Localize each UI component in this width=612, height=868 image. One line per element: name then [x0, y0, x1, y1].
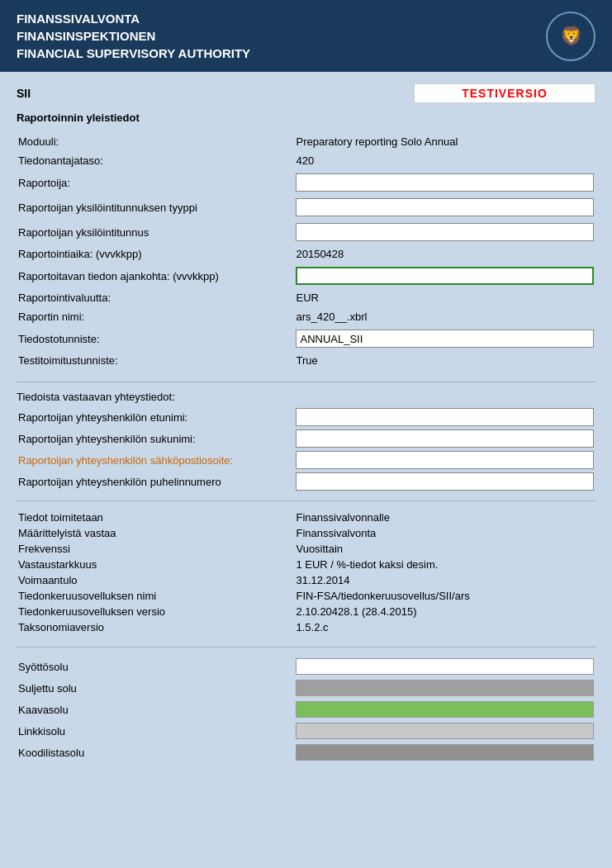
field-text: Preparatory reporting Solo Annual: [296, 135, 458, 148]
meta-value: 1.5.2.c: [294, 619, 595, 635]
testversion-text: TESTIVERSIO: [462, 87, 548, 100]
meta-value: Finanssivalvonnalle: [294, 510, 595, 525]
table-row: Raportoija:: [17, 170, 595, 195]
content-area: SII TESTIVERSIO Raportoinnin yleistiedot…: [0, 72, 612, 780]
org-name-line3: FINANCIAL SUPERVISORY AUTHORITY: [17, 45, 250, 62]
legend-row: Syöttösolu: [17, 656, 595, 677]
testversion-box: TESTIVERSIO: [414, 83, 595, 103]
sii-header-row: SII TESTIVERSIO: [17, 83, 595, 103]
table-row: Tiedonantajataso:420: [17, 151, 595, 170]
row-value[interactable]: [294, 170, 595, 195]
contact-input[interactable]: [296, 408, 594, 426]
legend-color-cell: [294, 677, 595, 699]
org-name-line2: FINANSINSPEKTIONEN: [17, 27, 250, 45]
field-input[interactable]: [296, 223, 594, 241]
field-input[interactable]: [296, 173, 594, 192]
meta-section: Tiedot toimitetaanFinanssivalvonnalleMää…: [17, 510, 595, 635]
field-input[interactable]: [296, 198, 594, 216]
meta-label: Tiedot toimitetaan: [17, 510, 294, 525]
meta-value: 2.10.20428.1 (28.4.2015): [294, 604, 595, 619]
meta-row: Tiedot toimitetaanFinanssivalvonnalle: [17, 510, 595, 525]
field-input-value[interactable]: [296, 330, 594, 348]
contact-intro-text: Tiedoista vastaavan yhteystiedot:: [17, 391, 175, 403]
header: FINANSSIVALVONTA FINANSINSPEKTIONEN FINA…: [0, 0, 612, 72]
meta-label: Taksonomiaversio: [17, 619, 294, 635]
row-value: ars_420__.xbrl: [294, 307, 595, 326]
meta-row: Voimaantulo31.12.2014: [17, 572, 595, 588]
contact-table: Raportoijan yhteyshenkilön etunimi:Rapor…: [17, 406, 595, 492]
meta-table: Tiedot toimitetaanFinanssivalvonnalleMää…: [17, 510, 595, 635]
legend-color-box: [296, 723, 594, 739]
meta-row: Määrittelyistä vastaaFinanssivalvonta: [17, 525, 595, 541]
sii-label: SII: [17, 87, 31, 100]
legend-color-cell: [294, 656, 595, 677]
legend-section: SyöttösoluSuljettu soluKaavasoluLinkkiso…: [17, 656, 595, 763]
contact-intro: Tiedoista vastaavan yhteystiedot:: [17, 391, 595, 403]
table-row: Raportointiaika: (vvvkkpp)20150428: [17, 244, 595, 263]
meta-label: Tiedonkeruusovelluksen versio: [17, 604, 294, 619]
row-label: Moduuli:: [17, 132, 294, 151]
field-text: 20150428: [296, 248, 344, 260]
contact-input[interactable]: [296, 472, 594, 491]
contact-row: Raportoijan yhteyshenkilön puhelinnumero: [17, 471, 595, 492]
table-row: Raportin nimi:ars_420__.xbrl: [17, 307, 595, 326]
meta-row: Taksonomiaversio1.5.2.c: [17, 619, 595, 635]
meta-row: FrekvenssiVuosittain: [17, 541, 595, 557]
row-label: Tiedonantajataso:: [17, 151, 294, 170]
contact-label: Raportoijan yhteyshenkilön sähköpostioso…: [17, 449, 294, 471]
meta-label: Tiedonkeruusovelluksen nimi: [17, 588, 294, 604]
row-label: Testitoimitustunniste:: [17, 351, 294, 370]
field-text: 420: [296, 154, 314, 167]
row-value[interactable]: [294, 220, 595, 244]
contact-input-cell[interactable]: [294, 406, 595, 428]
legend-color-box: [296, 744, 594, 761]
contact-input-cell[interactable]: [294, 428, 595, 449]
contact-input[interactable]: [296, 429, 594, 448]
row-label: Raportointivaluutta:: [17, 288, 294, 307]
field-input-green[interactable]: [296, 267, 594, 285]
legend-color-cell: [294, 699, 595, 720]
row-value[interactable]: [294, 195, 595, 220]
legend-row: Kaavasolu: [17, 699, 595, 720]
legend-color-cell: [294, 720, 595, 742]
row-value[interactable]: [294, 326, 595, 351]
legend-label: Suljettu solu: [17, 677, 294, 699]
table-row: Raportoijan yksilöintitunnus: [17, 220, 595, 244]
row-value[interactable]: [294, 263, 595, 288]
row-label: Raportoijan yksilöintitunnus: [17, 220, 294, 244]
meta-row: Vastaustarkkuus1 EUR / %-tiedot kaksi de…: [17, 557, 595, 572]
row-label: Raportoijan yksilöintitunnuksen tyyppi: [17, 195, 294, 220]
meta-value: Finanssivalvonta: [294, 525, 595, 541]
meta-row: Tiedonkeruusovelluksen nimiFIN-FSA/tiedo…: [17, 588, 595, 604]
table-row: Raportoijan yksilöintitunnuksen tyyppi: [17, 195, 595, 220]
contact-input[interactable]: [296, 451, 594, 469]
meta-row: Tiedonkeruusovelluksen versio2.10.20428.…: [17, 604, 595, 619]
header-text-block: FINANSSIVALVONTA FINANSINSPEKTIONEN FINA…: [17, 10, 250, 62]
legend-table: SyöttösoluSuljettu soluKaavasoluLinkkiso…: [17, 656, 595, 763]
contact-label: Raportoijan yhteyshenkilön etunimi:: [17, 406, 294, 428]
legend-row: Linkkisolu: [17, 720, 595, 742]
legend-color-box: [296, 701, 594, 718]
contact-input-cell[interactable]: [294, 449, 595, 471]
divider-3: [17, 647, 595, 647]
legend-color-box: [296, 680, 594, 696]
field-text: True: [296, 354, 317, 367]
org-name-line1: FINANSSIVALVONTA: [17, 10, 250, 27]
meta-label: Vastaustarkkuus: [17, 557, 294, 572]
meta-value: FIN-FSA/tiedonkeruusovellus/SII/ars: [294, 588, 595, 604]
field-text: ars_420__.xbrl: [296, 311, 367, 323]
meta-value: Vuosittain: [294, 541, 595, 557]
meta-label: Frekvenssi: [17, 541, 294, 557]
meta-label: Määrittelyistä vastaa: [17, 525, 294, 541]
field-text: EUR: [296, 292, 318, 304]
legend-row: Koodilistasolu: [17, 742, 595, 763]
row-label: Raportointiaika: (vvvkkpp): [17, 244, 294, 263]
divider-2: [17, 500, 595, 501]
legend-color-box: [296, 658, 594, 675]
meta-value: 1 EUR / %-tiedot kaksi desim.: [294, 557, 595, 572]
table-row: Moduuli:Preparatory reporting Solo Annua…: [17, 132, 595, 151]
contact-input-cell[interactable]: [294, 471, 595, 492]
contact-row: Raportoijan yhteyshenkilön sukunimi:: [17, 428, 595, 449]
meta-label: Voimaantulo: [17, 572, 294, 588]
legend-color-cell: [294, 742, 595, 763]
